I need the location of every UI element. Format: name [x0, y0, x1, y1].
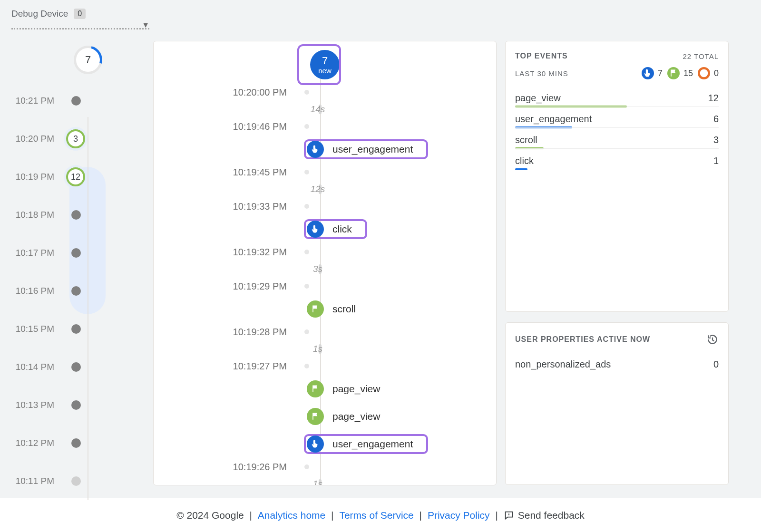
legend-green[interactable]: 15 [667, 67, 693, 79]
minute-label: 10:15 PM [11, 324, 54, 334]
minute-row[interactable]: 10:14 PM [11, 348, 145, 386]
debug-device-label: Debug Device [11, 9, 68, 19]
minute-count-badge: 3 [66, 129, 85, 148]
new-bubble[interactable]: 7 new [310, 50, 340, 79]
time-label: 10:19:33 PM [154, 201, 296, 212]
time-label: 10:19:46 PM [154, 121, 296, 132]
event-count: 6 [713, 114, 719, 125]
legend-orange[interactable]: 0 [698, 67, 719, 79]
finger-icon [307, 221, 324, 238]
top-event-row[interactable]: user_engagement6 [515, 106, 719, 127]
minute-dot [71, 324, 81, 334]
gap-row: 14s [154, 101, 496, 117]
new-events-count-value: 7 [85, 54, 91, 66]
new-bubble-label: new [318, 67, 332, 74]
event-name: page_view [515, 93, 561, 104]
gap-duration: 1s [313, 344, 322, 354]
footer-link-terms[interactable]: Terms of Service [339, 510, 413, 521]
debug-device-dropdown[interactable]: Debug Device 0 [11, 9, 750, 19]
time-marker: 10:20:00 PM [154, 83, 496, 101]
event-count: 12 [708, 93, 719, 104]
send-feedback-button[interactable]: Send feedback [504, 510, 585, 521]
new-events-count[interactable]: 7 [74, 46, 102, 74]
event-bar [515, 168, 527, 170]
event-name: user_engagement [332, 438, 423, 450]
time-marker: 10:19:26 PM [154, 458, 496, 476]
finger-icon [642, 67, 654, 79]
event-user_engagement[interactable]: user_engagement [304, 434, 428, 454]
event-name: page_view [332, 383, 390, 395]
minute-row[interactable]: 10:16 PM [11, 272, 145, 310]
time-label: 10:19:45 PM [154, 167, 296, 178]
legend-blue[interactable]: 7 [642, 67, 663, 79]
minute-row[interactable]: 10:20 PM3 [11, 120, 145, 158]
chevron-down-icon: ▼ [142, 21, 149, 29]
flag-icon [307, 380, 324, 397]
minute-label: 10:17 PM [11, 248, 54, 258]
minute-dot [71, 286, 81, 296]
gap-duration: 14s [311, 104, 325, 115]
minute-row[interactable]: 10:11 PM [11, 462, 145, 500]
footer-link-analytics[interactable]: Analytics home [258, 510, 325, 521]
time-dot [304, 364, 309, 368]
event-click[interactable]: click [304, 219, 367, 239]
minute-row[interactable]: 10:21 PM [11, 82, 145, 120]
top-events-legend: 7 15 0 [642, 67, 719, 79]
minute-row[interactable]: 10:19 PM12 [11, 158, 145, 196]
time-label: 10:19:27 PM [154, 361, 296, 372]
top-events-subtitle: LAST 30 MINS [515, 69, 568, 77]
finger-icon [307, 141, 324, 158]
time-label: 10:19:29 PM [154, 281, 296, 292]
event-user_engagement[interactable]: user_engagement [304, 139, 428, 159]
time-dot [304, 464, 309, 469]
top-event-row[interactable]: scroll3 [515, 127, 719, 148]
minute-label: 10:16 PM [11, 286, 54, 296]
dropdown-underline: ▼ [11, 26, 149, 29]
gap-duration: 3s [313, 264, 322, 274]
minute-label: 10:20 PM [11, 134, 54, 144]
gap-row: 1s [154, 476, 496, 485]
minute-row[interactable]: 10:17 PM [11, 234, 145, 272]
minute-count-badge: 12 [66, 167, 85, 186]
minute-label: 10:18 PM [11, 210, 54, 220]
event-scroll[interactable]: scroll [304, 299, 366, 319]
time-dot [304, 250, 309, 254]
event-page_view[interactable]: page_view [304, 379, 390, 399]
minutes-timeline: 7 10:21 PM10:20 PM310:19 PM1210:18 PM10:… [11, 41, 145, 500]
event-count: 3 [713, 135, 719, 145]
time-dot [304, 329, 309, 334]
time-dot [304, 284, 309, 289]
flag-icon [307, 408, 324, 425]
minute-label: 10:12 PM [11, 438, 54, 448]
user-properties-panel: USER PROPERTIES ACTIVE NOW non_personali… [505, 322, 729, 485]
top-events-panel: TOP EVENTS 22 TOTAL LAST 30 MINS 7 15 [505, 41, 729, 312]
minute-row[interactable]: 10:12 PM [11, 424, 145, 462]
gap-row: 3s [154, 261, 496, 277]
footer-link-privacy[interactable]: Privacy Policy [428, 510, 490, 521]
time-marker: 10:19:29 PM [154, 277, 496, 295]
top-event-row[interactable]: page_view12 [515, 86, 719, 106]
error-icon [698, 67, 710, 79]
minute-row[interactable]: 10:18 PM [11, 196, 145, 234]
time-marker: 10:19:33 PM [154, 197, 496, 215]
gap-duration: 12s [311, 184, 325, 194]
debug-device-count-chip: 0 [74, 9, 86, 19]
time-marker: 10:19:28 PM [154, 323, 496, 341]
history-icon[interactable] [706, 333, 719, 346]
minute-label: 10:14 PM [11, 362, 54, 372]
event-name: page_view [332, 411, 390, 422]
time-dot [304, 124, 309, 129]
event-name: user_engagement [332, 144, 423, 155]
time-dot [304, 90, 309, 95]
event-name: click [332, 223, 362, 235]
minute-dot [71, 248, 81, 258]
event-page_view[interactable]: page_view [304, 406, 390, 426]
minute-label: 10:19 PM [11, 172, 54, 182]
top-event-row[interactable]: click1 [515, 148, 719, 169]
new-bubble-count: 7 [322, 56, 328, 66]
user-property-row[interactable]: non_personalized_ads0 [515, 352, 719, 373]
minute-row[interactable]: 10:15 PM [11, 310, 145, 348]
event-count: 1 [713, 155, 719, 166]
minute-row[interactable]: 10:13 PM [11, 386, 145, 424]
gap-duration: 1s [313, 479, 322, 485]
